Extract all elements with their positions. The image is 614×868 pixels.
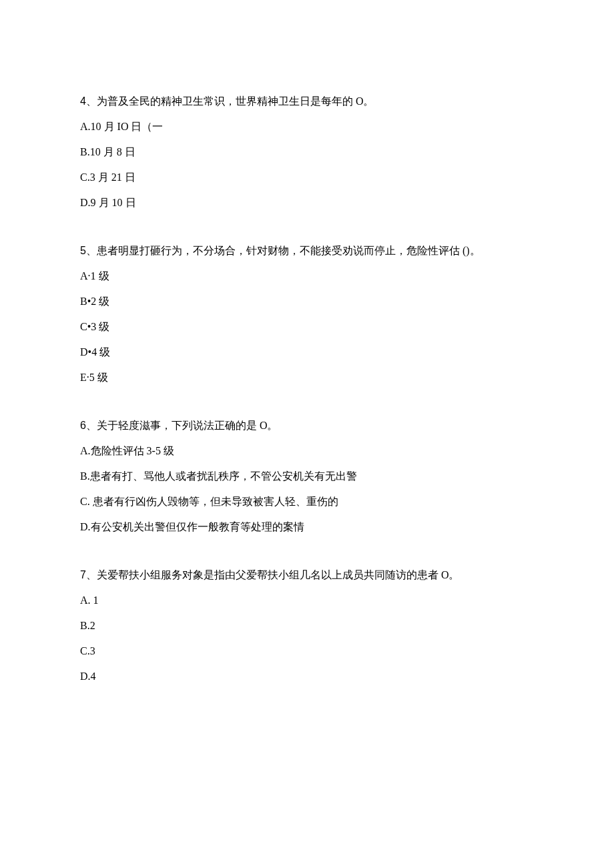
option-label: A·1 级: [80, 270, 109, 282]
question-stem: 、关于轻度滋事，下列说法正确的是 O。: [86, 420, 278, 431]
question-text: 5、患者明显打砸行为，不分场合，针对财物，不能接受劝说而停止，危险性评估 ()。: [80, 243, 534, 259]
question-stem: 、关爱帮扶小组服务对象是指由父爱帮扶小组几名以上成员共同随访的患者 O。: [86, 569, 460, 580]
option-label: A.危险性评估 3-5 级: [80, 445, 174, 456]
question-text: 6、关于轻度滋事，下列说法正确的是 O。: [80, 418, 534, 434]
option-c: C.3 月 21 日: [80, 169, 534, 185]
option-label: C.3 月 21 日: [80, 171, 135, 183]
option-label: A.10 月 IO 日（一: [80, 121, 163, 132]
question-6: 6、关于轻度滋事，下列说法正确的是 O。 A.危险性评估 3-5 级 B.患者有…: [80, 418, 534, 535]
option-label: B.患者有打、骂他人或者扰乱秩序，不管公安机关有无出警: [80, 470, 357, 482]
option-label: E·5 级: [80, 372, 108, 383]
question-7: 7、关爱帮扶小组服务对象是指由父爱帮扶小组几名以上成员共同随访的患者 O。 A.…: [80, 567, 534, 685]
question-stem: 、患者明显打砸行为，不分场合，针对财物，不能接受劝说而停止，危险性评估 ()。: [86, 245, 481, 256]
option-d: D.有公安机关出警但仅作一般教育等处理的案情: [80, 519, 534, 535]
option-label: D.有公安机关出警但仅作一般教育等处理的案情: [80, 521, 304, 532]
option-d: D•4 级: [80, 344, 534, 360]
option-a: A. 1: [80, 592, 534, 608]
option-label: B.2: [80, 620, 95, 631]
option-e: E·5 级: [80, 370, 534, 386]
question-number: 6: [80, 420, 86, 431]
question-number: 4: [80, 95, 86, 107]
option-b: B.患者有打、骂他人或者扰乱秩序，不管公安机关有无出警: [80, 468, 534, 484]
option-label: D.4: [80, 671, 96, 682]
question-number: 7: [80, 569, 86, 580]
option-label: C.3: [80, 645, 95, 657]
option-a: A.危险性评估 3-5 级: [80, 443, 534, 459]
option-a: A.10 月 IO 日（一: [80, 119, 534, 135]
question-stem: 、为普及全民的精神卫生常识，世界精神卫生日是每年的 O。: [86, 95, 374, 107]
option-label: D.9 月 10 日: [80, 197, 136, 208]
option-b: B.2: [80, 618, 534, 634]
option-c: C. 患者有行凶伤人毁物等，但未导致被害人轻、重伤的: [80, 494, 534, 510]
option-c: C•3 级: [80, 319, 534, 335]
question-4: 4、为普及全民的精神卫生常识，世界精神卫生日是每年的 O。 A.10 月 IO …: [80, 93, 534, 211]
question-text: 7、关爱帮扶小组服务对象是指由父爱帮扶小组几名以上成员共同随访的患者 O。: [80, 567, 534, 583]
option-a: A·1 级: [80, 268, 534, 284]
question-number: 5: [80, 245, 86, 256]
option-c: C.3: [80, 643, 534, 659]
question-5: 5、患者明显打砸行为，不分场合，针对财物，不能接受劝说而停止，危险性评估 ()。…: [80, 243, 534, 386]
option-label: B•2 级: [80, 296, 109, 307]
question-text: 4、为普及全民的精神卫生常识，世界精神卫生日是每年的 O。: [80, 93, 534, 109]
option-label: C. 患者有行凶伤人毁物等，但未导致被害人轻、重伤的: [80, 496, 338, 507]
option-label: D•4 级: [80, 346, 110, 358]
option-b: B•2 级: [80, 294, 534, 310]
option-b: B.10 月 8 日: [80, 144, 534, 160]
option-label: B.10 月 8 日: [80, 146, 135, 157]
option-d: D.4: [80, 669, 534, 685]
option-d: D.9 月 10 日: [80, 195, 534, 211]
option-label: A. 1: [80, 594, 99, 606]
option-label: C•3 级: [80, 321, 109, 332]
